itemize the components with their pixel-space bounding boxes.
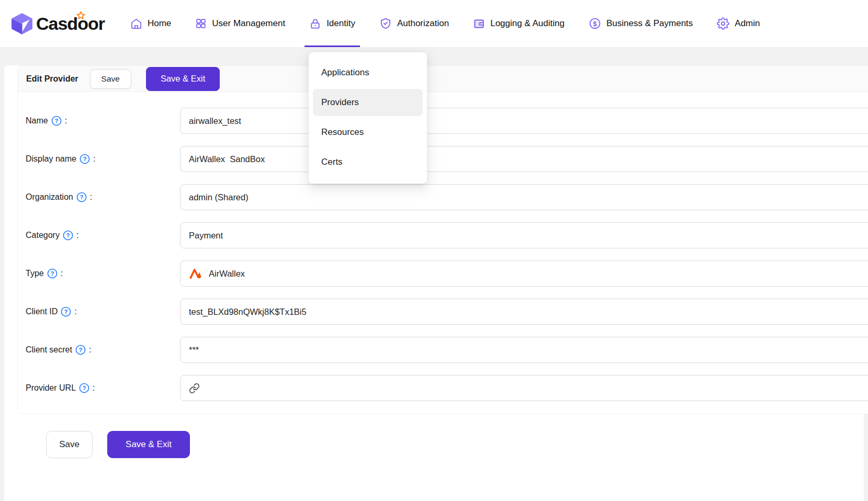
menu-item-providers[interactable]: Providers — [313, 89, 423, 116]
nav-item-user-management[interactable]: User Management — [183, 0, 297, 47]
form-row-client-id: Client ID ? : — [26, 299, 868, 325]
nav-item-label: Logging & Auditing — [490, 18, 565, 29]
menu-item-resources[interactable]: Resources — [313, 119, 423, 146]
field-label: Client secret ? : — [26, 345, 180, 355]
card-header: Edit Provider Save Save & Exit — [18, 66, 868, 92]
card-body: Name ? : Display name ? : — [18, 92, 868, 414]
selected-value: AirWallex — [209, 269, 245, 279]
colon: : — [89, 345, 91, 355]
nav-item-admin[interactable]: Admin — [705, 0, 772, 47]
field-label: Provider URL ? : — [26, 383, 180, 393]
question-circle-icon[interactable]: ? — [47, 268, 58, 279]
grid-icon — [195, 18, 207, 29]
provider-url-input[interactable] — [206, 375, 865, 401]
save-button[interactable]: Save — [90, 69, 131, 89]
colon: : — [93, 383, 95, 393]
svg-text:?: ? — [64, 309, 68, 315]
star-icon — [76, 11, 85, 20]
svg-text:?: ? — [83, 156, 87, 162]
colon: : — [90, 192, 92, 202]
brand-name: Casdoor — [36, 14, 105, 34]
selected-value: Payment — [189, 231, 223, 241]
label-text: Organization — [26, 192, 73, 202]
link-icon — [189, 383, 200, 394]
svg-text:?: ? — [66, 232, 70, 238]
menu-item-applications[interactable]: Applications — [313, 59, 423, 86]
home-icon — [130, 18, 142, 30]
svg-text:?: ? — [50, 270, 54, 277]
question-circle-icon[interactable]: ? — [63, 230, 73, 241]
colon: : — [61, 269, 63, 278]
cube-icon — [10, 12, 33, 35]
nav-item-label: Admin — [735, 18, 760, 29]
field-label: Name ? : — [26, 116, 180, 126]
airwallex-icon — [189, 267, 203, 281]
label-text: Name — [26, 116, 48, 126]
client-id-input[interactable] — [180, 299, 868, 325]
organization-select[interactable]: admin (Shared) — [180, 184, 868, 210]
nav-item-label: Business & Payments — [606, 18, 693, 29]
provider-url-field[interactable] — [180, 375, 868, 401]
nav-item-business-payments[interactable]: $ Business & Payments — [577, 0, 705, 47]
page-footer: Save Save & Exit — [46, 431, 864, 458]
nav-item-authorization[interactable]: Authorization — [367, 0, 461, 47]
nav-item-logging-auditing[interactable]: Logging & Auditing — [461, 0, 577, 47]
label-text: Category — [26, 231, 60, 240]
menu-item-certs[interactable]: Certs — [313, 149, 423, 176]
svg-text:?: ? — [80, 194, 83, 200]
display-name-input[interactable] — [180, 146, 868, 172]
svg-text:?: ? — [54, 118, 58, 124]
name-input[interactable] — [180, 108, 868, 134]
colon: : — [65, 116, 67, 126]
page-content: Edit Provider Save Save & Exit Name ? : — [4, 65, 864, 501]
nav-item-label: Authorization — [397, 18, 449, 29]
form-row-type: Type ? : AirWallex — [26, 260, 868, 287]
nav-item-label: User Management — [212, 18, 285, 29]
shield-check-icon — [379, 17, 392, 30]
svg-text:$: $ — [593, 20, 596, 28]
main-menu: Home User Management Identity — [118, 0, 772, 47]
type-select[interactable]: AirWallex — [180, 260, 868, 287]
nav-item-identity[interactable]: Identity — [297, 0, 367, 47]
selected-value: admin (Shared) — [189, 192, 249, 202]
form-row-client-secret: Client secret ? : — [26, 337, 868, 363]
identity-dropdown-menu: Applications Providers Resources Certs — [309, 52, 427, 184]
question-circle-icon[interactable]: ? — [75, 345, 86, 355]
dollar-circle-icon: $ — [589, 17, 601, 30]
gear-icon — [717, 17, 729, 30]
nav-item-label: Home — [148, 18, 171, 29]
label-text: Client secret — [26, 345, 72, 355]
wallet-icon — [473, 18, 485, 30]
question-circle-icon[interactable]: ? — [76, 192, 87, 202]
colon: : — [74, 307, 76, 316]
field-label: Display name ? : — [26, 154, 180, 164]
label-text: Type — [26, 269, 44, 278]
colon: : — [93, 154, 95, 164]
nav-item-home[interactable]: Home — [118, 0, 183, 47]
label-text: Client ID — [26, 307, 58, 316]
casdoor-logo[interactable]: Casdoor — [10, 12, 105, 35]
form-row-provider-url: Provider URL ? : — [26, 375, 868, 401]
question-circle-icon[interactable]: ? — [61, 306, 71, 317]
category-select[interactable]: Payment — [180, 222, 868, 248]
field-label: Client ID ? : — [26, 306, 180, 317]
client-secret-input[interactable] — [180, 337, 868, 363]
save-and-exit-button-bottom[interactable]: Save & Exit — [107, 431, 190, 458]
form-row-name: Name ? : — [26, 108, 868, 134]
field-label: Category ? : — [26, 230, 180, 241]
edit-provider-card: Edit Provider Save Save & Exit Name ? : — [17, 65, 868, 414]
field-label: Type ? : — [26, 268, 180, 279]
form-row-category: Category ? : Payment — [26, 222, 868, 248]
label-text: Provider URL — [26, 383, 76, 393]
save-button-bottom[interactable]: Save — [46, 431, 93, 458]
question-circle-icon[interactable]: ? — [79, 383, 89, 393]
nav-item-label: Identity — [326, 18, 355, 29]
save-and-exit-button[interactable]: Save & Exit — [146, 67, 220, 91]
svg-text:?: ? — [83, 385, 86, 391]
form-row-organization: Organization ? : admin (Shared) — [26, 184, 868, 210]
page-title: Edit Provider — [26, 74, 78, 84]
form-row-display-name: Display name ? : — [26, 146, 868, 172]
question-circle-icon[interactable]: ? — [80, 154, 90, 164]
question-circle-icon[interactable]: ? — [51, 116, 62, 126]
label-text: Display name — [26, 154, 76, 164]
